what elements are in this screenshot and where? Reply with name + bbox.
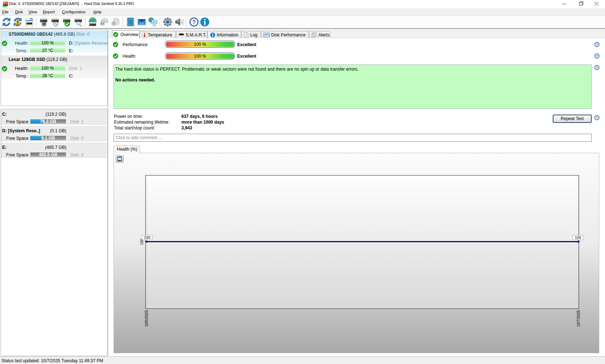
svg-text:?: ? [596, 116, 598, 120]
svg-text:?: ? [192, 19, 196, 25]
svg-text:?: ? [596, 43, 598, 46]
svg-text:?: ? [596, 54, 598, 58]
svg-text:?: ? [596, 66, 598, 70]
